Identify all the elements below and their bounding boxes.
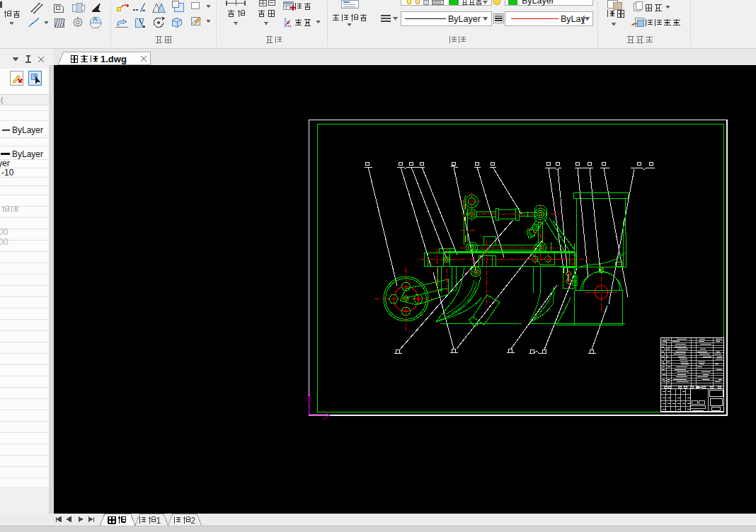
svg-text:00: 00 xyxy=(0,227,8,237)
svg-text:ByLayer: ByLayer xyxy=(522,0,554,6)
svg-text:ByLayer: ByLayer xyxy=(12,125,43,135)
svg-text:yer: yer xyxy=(0,158,10,168)
svg-text:-10: -10 xyxy=(1,168,14,178)
svg-text:00: 00 xyxy=(0,237,8,247)
svg-text:ByLayer: ByLayer xyxy=(448,14,481,24)
svg-text:1.dwg: 1.dwg xyxy=(101,54,127,64)
svg-text:1: 1 xyxy=(156,516,161,526)
svg-text:2: 2 xyxy=(191,516,196,526)
svg-text:A: A xyxy=(93,16,98,23)
svg-text:ByLayer: ByLayer xyxy=(12,149,43,159)
